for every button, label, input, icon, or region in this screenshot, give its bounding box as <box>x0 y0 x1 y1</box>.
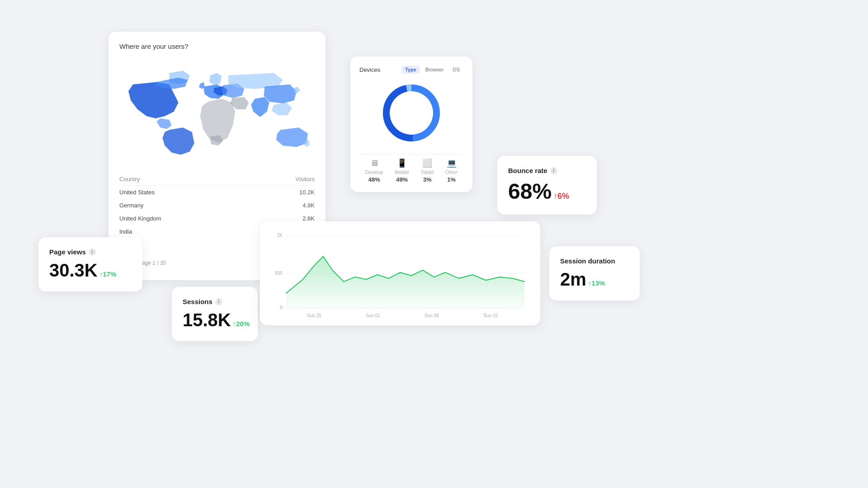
desktop-label: Desktop <box>365 169 383 175</box>
device-item-other: 💻 Other 1% <box>445 158 458 183</box>
svg-text:1K: 1K <box>277 233 283 238</box>
sessions-delta: ↑20% <box>233 320 250 328</box>
visitors-col-header: Visitors <box>253 173 315 186</box>
line-chart-card: 1K 500 0 Sun 25 Sun 01 Sun 08 Sun 15 <box>260 221 540 325</box>
donut-chart <box>359 79 463 147</box>
device-item-mobile: 📱 Mobile 49% <box>395 158 409 183</box>
svg-text:Sun 25: Sun 25 <box>307 313 321 318</box>
devices-tab-browser[interactable]: Browser <box>422 66 447 74</box>
device-item-tablet: ⬜ Tablet 3% <box>420 158 434 183</box>
other-icon: 💻 <box>447 158 457 168</box>
world-map <box>119 57 315 166</box>
mobile-label: Mobile <box>395 169 409 175</box>
country-name: Germany <box>119 199 253 212</box>
mobile-icon: 📱 <box>397 158 407 168</box>
country-name: United States <box>119 186 253 199</box>
pageviews-delta: ↑17% <box>99 270 117 278</box>
svg-text:Sun 01: Sun 01 <box>366 313 380 318</box>
device-icons-row: 🖥 Desktop 48% 📱 Mobile 49% ⬜ Tablet 3% 💻… <box>359 154 463 183</box>
country-col-header: Country <box>119 173 253 186</box>
duration-value: 2m ↑13% <box>560 269 629 290</box>
devices-header: Devices TypeBrowserOS <box>359 66 463 74</box>
mobile-pct: 49% <box>396 176 408 183</box>
devices-card: Devices TypeBrowserOS 🖥 Desktop 48% 📱 Mo… <box>350 56 472 192</box>
desktop-pct: 48% <box>368 176 380 183</box>
bounce-rate-value: 68% ↑6% <box>508 179 586 204</box>
bounce-rate-delta: ↑6% <box>553 192 569 201</box>
tablet-pct: 3% <box>423 176 432 183</box>
svg-text:Sun 15: Sun 15 <box>483 313 498 318</box>
table-row: United States10.2K <box>119 186 315 199</box>
svg-text:Sun 08: Sun 08 <box>425 313 439 318</box>
pageviews-card: Page views i 30.3K ↑17% <box>38 237 142 291</box>
duration-card: Session duration 2m ↑13% <box>549 246 640 300</box>
sessions-info-icon[interactable]: i <box>215 298 222 305</box>
visitors-count: 10.2K <box>253 186 315 199</box>
sessions-card: Sessions i 15.8K ↑20% <box>172 287 258 341</box>
svg-text:500: 500 <box>275 271 283 276</box>
bounce-rate-card: Bounce rate i 68% ↑6% <box>497 156 597 215</box>
sessions-title: Sessions i <box>183 298 247 305</box>
devices-title: Devices <box>359 66 380 73</box>
svg-point-4 <box>390 91 433 135</box>
table-row: Germany4.9K <box>119 199 315 212</box>
duration-title: Session duration <box>560 257 629 265</box>
bounce-rate-title: Bounce rate i <box>508 167 586 174</box>
users-card-title: Where are your users? <box>119 42 315 50</box>
other-label: Other <box>445 169 458 175</box>
duration-delta: ↑13% <box>588 279 605 287</box>
tablet-label: Tablet <box>420 169 434 175</box>
devices-tab-type[interactable]: Type <box>401 66 420 74</box>
country-name: India <box>119 225 253 238</box>
pageviews-title: Page views i <box>49 248 132 256</box>
other-pct: 1% <box>447 176 456 183</box>
devices-tab-os[interactable]: OS <box>449 66 463 74</box>
country-name: United Kingdom <box>119 212 253 225</box>
desktop-icon: 🖥 <box>370 159 378 168</box>
sessions-value: 15.8K ↑20% <box>183 310 247 330</box>
pageviews-value: 30.3K ↑17% <box>49 260 132 281</box>
visitors-count: 4.9K <box>253 199 315 212</box>
svg-text:0: 0 <box>280 305 283 310</box>
pageviews-info-icon[interactable]: i <box>89 249 96 256</box>
device-item-desktop: 🖥 Desktop 48% <box>365 159 383 183</box>
bounce-info-icon[interactable]: i <box>550 167 557 174</box>
devices-tab-group[interactable]: TypeBrowserOS <box>401 66 463 74</box>
tablet-icon: ⬜ <box>422 158 432 168</box>
